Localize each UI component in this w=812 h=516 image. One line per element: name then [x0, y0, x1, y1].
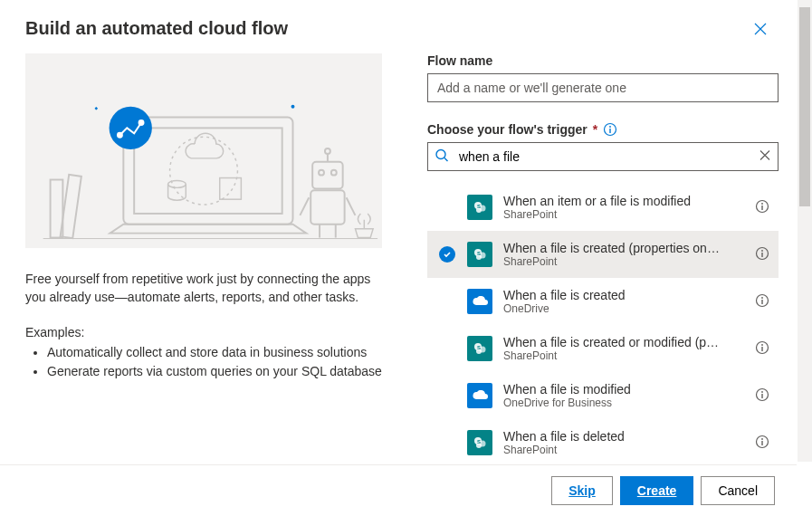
- trigger-label: Choose your flow's trigger *: [427, 122, 779, 137]
- info-icon: [755, 340, 769, 355]
- trigger-connector: SharePoint: [503, 444, 740, 456]
- sharepoint-icon: S: [467, 242, 492, 267]
- trigger-connector: OneDrive for Business: [503, 397, 740, 409]
- svg-point-19: [118, 133, 122, 138]
- examples-list: Automatically collect and store data in …: [25, 343, 382, 381]
- svg-rect-60: [761, 441, 762, 445]
- svg-point-39: [761, 250, 763, 252]
- trigger-item[interactable]: When a file is createdOneDrive: [427, 278, 779, 325]
- svg-point-6: [170, 137, 238, 205]
- info-icon[interactable]: [603, 122, 617, 137]
- trigger-text: When a file is deletedSharePoint: [503, 429, 740, 456]
- illustration: [25, 53, 382, 248]
- trigger-search: [427, 142, 779, 171]
- sharepoint-icon: S: [467, 195, 492, 220]
- trigger-info-button[interactable]: [751, 196, 773, 220]
- trigger-text: When an item or a file is modifiedShareP…: [503, 194, 740, 221]
- svg-point-42: [761, 297, 763, 299]
- scrollbar-track[interactable]: [798, 0, 812, 462]
- svg-point-18: [110, 107, 152, 149]
- clear-search-button[interactable]: [759, 149, 771, 165]
- svg-rect-7: [312, 162, 342, 189]
- right-pane: Flow name Choose your flow's trigger * S…: [407, 53, 797, 464]
- svg-point-52: [761, 391, 763, 393]
- svg-rect-24: [610, 129, 611, 133]
- svg-text:S: S: [477, 251, 481, 256]
- dialog-title: Build an automated cloud flow: [25, 18, 288, 39]
- dialog-footer: Skip Create Cancel: [0, 464, 797, 516]
- dialog-body: Free yourself from repetitive work just …: [0, 53, 797, 464]
- trigger-title: When a file is deleted: [503, 429, 740, 444]
- trigger-info-button[interactable]: [751, 337, 773, 361]
- svg-point-4: [168, 180, 186, 187]
- flow-name-input[interactable]: [427, 73, 779, 102]
- svg-rect-43: [761, 300, 762, 304]
- svg-rect-5: [220, 178, 242, 200]
- examples-label: Examples:: [25, 325, 382, 339]
- trigger-title: When an item or a file is modified: [503, 194, 740, 208]
- onedrive-icon: [467, 289, 492, 314]
- example-item: Automatically collect and store data in …: [47, 343, 382, 362]
- dialog-header: Build an automated cloud flow: [0, 0, 797, 53]
- svg-point-25: [436, 150, 445, 159]
- svg-text:S: S: [477, 204, 481, 209]
- onedrive-icon: [467, 383, 492, 408]
- trigger-label-text: Choose your flow's trigger: [427, 122, 588, 137]
- trigger-search-input[interactable]: [427, 142, 779, 171]
- trigger-radio[interactable]: [438, 246, 456, 263]
- svg-point-20: [139, 120, 144, 125]
- svg-text:S: S: [477, 345, 481, 350]
- create-button[interactable]: Create: [620, 476, 694, 505]
- description-text: Free yourself from repetitive work just …: [25, 270, 382, 307]
- trigger-text: When a file is created (properties on…Sh…: [503, 241, 740, 268]
- trigger-text: When a file is createdOneDrive: [503, 288, 740, 315]
- svg-point-17: [291, 105, 295, 109]
- svg-line-13: [300, 197, 309, 215]
- trigger-item[interactable]: SWhen a file is created (properties on…S…: [427, 231, 779, 278]
- info-icon: [755, 293, 769, 308]
- trigger-connector: SharePoint: [503, 208, 740, 221]
- svg-text:S: S: [477, 439, 481, 444]
- trigger-connector: SharePoint: [503, 255, 740, 268]
- trigger-title: When a file is created or modified (p…: [503, 335, 740, 349]
- left-pane: Free yourself from repetitive work just …: [0, 53, 407, 464]
- info-icon: [755, 435, 769, 449]
- trigger-info-button[interactable]: [751, 243, 773, 267]
- trigger-title: When a file is created: [503, 288, 740, 302]
- scrollbar-thumb[interactable]: [799, 7, 810, 206]
- svg-point-12: [325, 148, 330, 154]
- trigger-info-button[interactable]: [751, 290, 773, 314]
- trigger-title: When a file is created (properties on…: [503, 241, 740, 255]
- svg-point-32: [761, 203, 763, 205]
- trigger-list[interactable]: SWhen an item or a file is modifiedShare…: [427, 184, 779, 464]
- svg-point-8: [319, 170, 324, 176]
- close-icon: [753, 22, 768, 36]
- svg-point-59: [761, 438, 763, 440]
- check-icon: [439, 246, 455, 263]
- trigger-info-button[interactable]: [751, 431, 773, 455]
- flow-name-label: Flow name: [427, 53, 779, 68]
- svg-rect-53: [761, 394, 762, 398]
- trigger-text: When a file is modifiedOneDrive for Busi…: [503, 382, 740, 409]
- trigger-item[interactable]: SWhen a file is created or modified (p…S…: [427, 325, 779, 372]
- svg-rect-3: [134, 128, 282, 214]
- svg-line-14: [347, 197, 356, 215]
- svg-point-49: [761, 344, 763, 346]
- trigger-connector: OneDrive: [503, 302, 740, 315]
- required-asterisk: *: [593, 122, 597, 137]
- trigger-item[interactable]: SWhen an item or a file is modifiedShare…: [427, 184, 779, 231]
- skip-button[interactable]: Skip: [551, 476, 613, 505]
- trigger-title: When a file is modified: [503, 382, 740, 397]
- svg-rect-50: [761, 347, 762, 351]
- close-button[interactable]: [750, 18, 771, 43]
- dialog: Build an automated cloud flow: [0, 0, 797, 516]
- svg-line-26: [444, 158, 448, 162]
- trigger-connector: SharePoint: [503, 349, 740, 362]
- trigger-item[interactable]: SWhen a file is deletedSharePoint: [427, 419, 779, 464]
- sharepoint-icon: S: [467, 336, 492, 361]
- search-icon: [435, 148, 449, 166]
- trigger-info-button[interactable]: [751, 384, 773, 408]
- svg-rect-40: [761, 253, 762, 257]
- trigger-item[interactable]: When a file is modifiedOneDrive for Busi…: [427, 372, 779, 419]
- cancel-button[interactable]: Cancel: [701, 476, 775, 505]
